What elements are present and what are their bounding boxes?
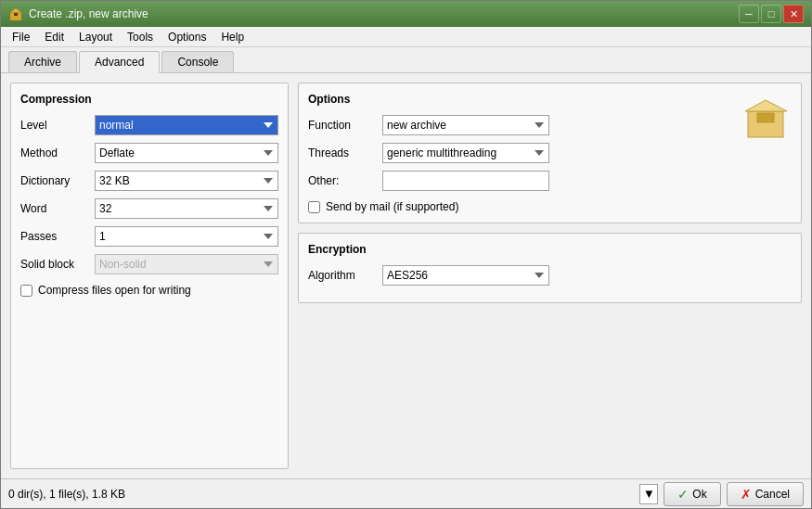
svg-rect-5 (757, 113, 774, 122)
tab-console[interactable]: Console (161, 51, 234, 72)
solid-block-row: Solid block Non-solid (20, 254, 278, 274)
ok-button[interactable]: ✓ Ok (664, 482, 720, 506)
solid-block-label: Solid block (20, 258, 95, 271)
compression-panel: Compression Level normal fast fastest ma… (10, 83, 289, 469)
cancel-x-icon: ✗ (741, 487, 752, 502)
word-row: Word 32 64 128 (20, 198, 278, 219)
encryption-panel: Encryption Algorithm AES256 ZipCrypto AE… (298, 233, 802, 303)
dictionary-label: Dictionary (20, 174, 95, 187)
svg-marker-4 (745, 100, 787, 111)
function-select[interactable]: new archive add update freshen (382, 115, 549, 135)
solid-block-select[interactable]: Non-solid (95, 254, 278, 274)
passes-select[interactable]: 1 2 3 (95, 226, 278, 247)
title-bar: Create .zip, new archive ─ □ ✕ (1, 1, 811, 27)
content-area: Compression Level normal fast fastest ma… (1, 73, 811, 478)
ok-check-icon: ✓ (677, 487, 689, 502)
statusbar-right: ▼ ✓ Ok ✗ Cancel (639, 482, 804, 506)
statusbar-info: 0 dir(s), 1 file(s), 1.8 KB (8, 488, 125, 501)
algorithm-select[interactable]: AES256 ZipCrypto AES128 (382, 265, 549, 286)
compress-files-checkbox[interactable] (20, 285, 32, 297)
passes-row: Passes 1 2 3 (20, 226, 278, 247)
other-row: Other: (308, 171, 792, 191)
threads-row: Threads generic multithreading single th… (308, 143, 792, 163)
minimize-button[interactable]: ─ (739, 5, 759, 23)
send-mail-row: Send by mail (if supported) (308, 200, 792, 213)
statusbar: 0 dir(s), 1 file(s), 1.8 KB ▼ ✓ Ok ✗ Can… (1, 478, 811, 508)
menu-edit[interactable]: Edit (37, 29, 71, 45)
algorithm-row: Algorithm AES256 ZipCrypto AES128 (308, 265, 792, 286)
dictionary-select[interactable]: 32 KB 64 KB 128 KB (95, 171, 278, 191)
right-content: Options Function new archive add update (298, 83, 802, 469)
function-label: Function (308, 119, 382, 132)
svg-rect-2 (14, 13, 18, 16)
box-icon-area (741, 93, 792, 142)
options-panel: Options Function new archive add update (298, 83, 802, 223)
ok-label: Ok (692, 488, 706, 501)
menu-help[interactable]: Help (213, 29, 251, 45)
algorithm-label: Algorithm (308, 269, 382, 282)
menu-layout[interactable]: Layout (71, 29, 120, 45)
other-input[interactable] (382, 171, 549, 191)
compress-files-row: Compress files open for writing (20, 284, 278, 297)
options-title: Options (308, 93, 792, 106)
dictionary-row: Dictionary 32 KB 64 KB 128 KB (20, 171, 278, 191)
method-row: Method Deflate BZip2 LZMA (20, 143, 278, 163)
window-title: Create .zip, new archive (29, 7, 148, 20)
method-select[interactable]: Deflate BZip2 LZMA (95, 143, 278, 163)
threads-select[interactable]: generic multithreading single thread (382, 143, 549, 163)
other-label: Other: (308, 174, 382, 187)
threads-label: Threads (308, 146, 382, 159)
encryption-title: Encryption (308, 243, 792, 256)
cancel-label: Cancel (755, 488, 790, 501)
send-mail-label: Send by mail (if supported) (326, 200, 458, 213)
menu-file[interactable]: File (5, 29, 37, 45)
passes-label: Passes (20, 230, 95, 243)
level-select[interactable]: normal fast fastest maximum ultra (95, 115, 278, 135)
function-row: Function new archive add update freshen (308, 115, 792, 135)
level-row: Level normal fast fastest maximum ultra (20, 115, 278, 135)
compression-title: Compression (20, 93, 278, 106)
word-select[interactable]: 32 64 128 (95, 198, 278, 219)
maximize-button[interactable]: □ (761, 5, 781, 23)
main-window: Create .zip, new archive ─ □ ✕ File Edit… (0, 0, 812, 509)
tab-archive[interactable]: Archive (8, 51, 77, 72)
menu-tools[interactable]: Tools (120, 29, 161, 45)
menu-options[interactable]: Options (161, 29, 213, 45)
statusbar-dropdown-button[interactable]: ▼ (639, 484, 658, 504)
menubar: File Edit Layout Tools Options Help (1, 27, 811, 47)
close-button[interactable]: ✕ (783, 5, 804, 23)
title-bar-left: Create .zip, new archive (8, 6, 148, 21)
method-label: Method (20, 146, 95, 159)
title-bar-controls: ─ □ ✕ (739, 5, 804, 23)
tabs-bar: Archive Advanced Console (1, 47, 811, 73)
tab-advanced[interactable]: Advanced (79, 51, 160, 73)
archive-box-icon (741, 93, 792, 139)
svg-marker-1 (10, 8, 21, 12)
app-icon (8, 6, 23, 21)
cancel-button[interactable]: ✗ Cancel (727, 482, 804, 506)
level-label: Level (20, 119, 95, 132)
compress-files-label: Compress files open for writing (38, 284, 191, 297)
word-label: Word (20, 202, 95, 215)
send-mail-checkbox[interactable] (308, 201, 320, 213)
